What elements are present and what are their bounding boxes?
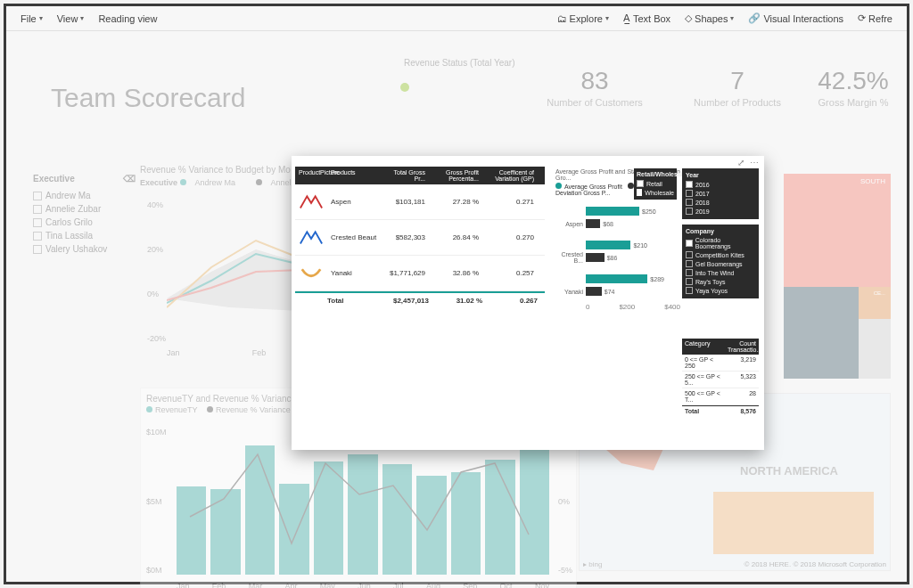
eraser-icon[interactable]: ⌫ (123, 174, 136, 184)
kpi-customers: 83Number of Customers (532, 67, 657, 108)
visual-interactions-button[interactable]: 🔗Visual Interactions (741, 9, 851, 28)
text-box-button[interactable]: A̲Text Box (616, 9, 678, 28)
executive-slicer[interactable]: Executive⌫ Andrew Ma Annelie Zubar Carlo… (33, 174, 136, 256)
page-title: Team Scorecard (51, 83, 245, 113)
year-slicer[interactable]: Year 2016 2017 2018 2019 (682, 168, 759, 219)
ribbon-toolbar: File▾ View▾ Reading view 🗂Explore▾ A̲Tex… (6, 6, 907, 31)
shapes-menu[interactable]: ◇Shapes▾ (678, 9, 741, 28)
reading-view-button[interactable]: Reading view (91, 10, 164, 28)
product-table[interactable]: ProductPicture Products Total Gross Pr..… (295, 167, 545, 305)
view-menu[interactable]: View▾ (50, 10, 92, 28)
region-treemap[interactable]: SOUTH CE... (784, 174, 891, 379)
table-row: Crested Beaut $582,303 26.84 % 0.270 (295, 220, 545, 256)
refresh-icon: ⟳ (858, 12, 866, 24)
status-indicator-icon (400, 83, 409, 92)
interactions-icon: 🔗 (748, 12, 761, 24)
more-options-icon[interactable]: ⋯ (750, 158, 759, 167)
table-row: Aspen $103,181 27.28 % 0.271 (295, 184, 545, 220)
kpi-products: 7Number of Products (684, 67, 791, 108)
refresh-button[interactable]: ⟳Refre (851, 9, 900, 28)
category-table[interactable]: CategoryCount Transactio... 0 <= GP < 25… (682, 339, 759, 416)
table-row: Yanaki $1,771,629 32.86 % 0.257 (295, 256, 545, 291)
explore-menu[interactable]: 🗂Explore▾ (550, 10, 616, 28)
textbox-icon: A̲ (623, 12, 630, 24)
drillthrough-popup: ⤢ ⋯ ProductPicture Products Total Gross … (292, 156, 764, 450)
file-menu[interactable]: File▾ (13, 10, 50, 28)
kpi-status-label: Revenue Status (Total Year) (404, 58, 515, 68)
focus-mode-icon[interactable]: ⤢ (737, 158, 744, 167)
shapes-icon: ◇ (685, 12, 692, 24)
kpi-margin: 42.5%Gross Margin % (809, 67, 898, 108)
explore-icon: 🗂 (557, 13, 567, 24)
retail-wholesale-slicer[interactable]: Retail/Wholesale Retail Wholesale (634, 168, 677, 200)
company-slicer[interactable]: Company Colorado Boomerangs Competition … (682, 225, 759, 298)
